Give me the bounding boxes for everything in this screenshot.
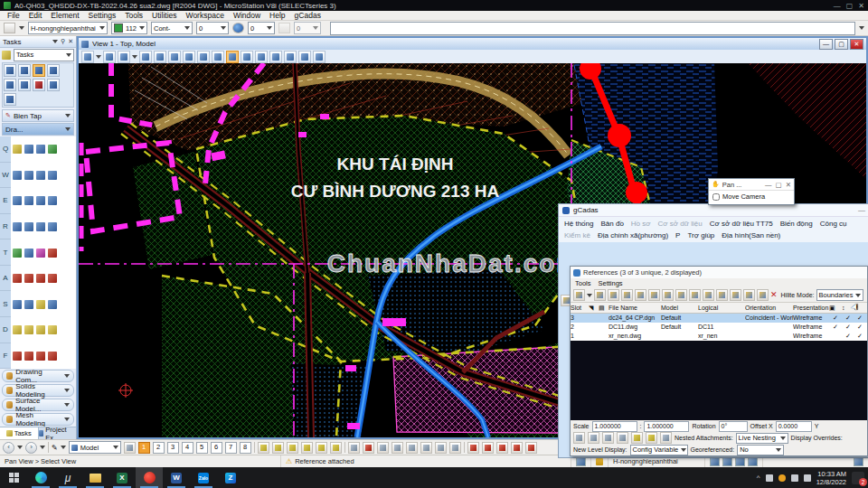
attach-reference-icon[interactable]	[594, 289, 606, 301]
tool-icon[interactable]	[24, 196, 33, 205]
copy-reference-icon[interactable]	[730, 289, 741, 301]
menu-edit[interactable]: Edit	[29, 11, 42, 20]
measure-radius-icon[interactable]	[272, 442, 284, 454]
tool-icon[interactable]	[13, 249, 22, 258]
edit-text-icon[interactable]	[482, 442, 494, 454]
drop-element-icon[interactable]	[377, 442, 389, 454]
references-tool-icon[interactable]	[4, 79, 16, 91]
tool-icon[interactable]	[48, 274, 57, 283]
pin-icon[interactable]: ⚲	[61, 38, 65, 45]
gcadas-menu-ban-do[interactable]: Bản đồ	[600, 218, 623, 230]
notification-center[interactable]: 2	[852, 472, 864, 484]
tool-icon[interactable]	[48, 171, 57, 180]
gcadas-menu-he-thong[interactable]: Hệ thống	[564, 218, 593, 230]
tool-icon[interactable]	[13, 352, 22, 361]
element-selection-icon[interactable]	[4, 64, 16, 77]
hilite-mode-combo[interactable]: Boundaries	[816, 289, 863, 301]
place-note-icon[interactable]	[511, 442, 523, 454]
linear-pattern-icon[interactable]	[449, 442, 461, 454]
rotation-field[interactable]: 0°	[719, 421, 748, 432]
model-combo[interactable]: Model	[69, 441, 121, 454]
gcadas-menu-dia-chinh[interactable]: Địa chính xã(phường)	[598, 230, 668, 241]
menu-window[interactable]: Window	[233, 11, 260, 20]
tool-icon[interactable]	[36, 222, 45, 231]
minimize-icon[interactable]: —	[765, 181, 772, 189]
tool-icon[interactable]	[36, 145, 45, 154]
list-mode-icon[interactable]	[573, 289, 585, 301]
display-column-icon[interactable]: ▣	[829, 303, 842, 313]
scale-ref-field[interactable]: 1.000000	[644, 421, 689, 432]
tool-icon[interactable]	[48, 145, 57, 154]
new-level-display-combo[interactable]: Config Variable	[630, 445, 688, 455]
view-previous-icon[interactable]	[255, 51, 268, 63]
menu-settings[interactable]: Settings	[89, 11, 117, 20]
pan-view-icon[interactable]	[226, 51, 239, 63]
open-original-icon[interactable]	[689, 289, 701, 301]
clip-mask-icon[interactable]	[313, 51, 326, 63]
line-style-combo[interactable]: Cont-	[151, 22, 193, 34]
line-weight-combo[interactable]: 0	[196, 22, 229, 34]
taskbar-excel[interactable]: X	[108, 467, 136, 488]
view-toggle-7[interactable]: 7	[225, 442, 237, 454]
tool-icon[interactable]	[48, 249, 57, 258]
attach-raster-icon[interactable]	[608, 289, 619, 301]
tool-icon[interactable]	[24, 325, 33, 334]
reload-reference-icon[interactable]	[662, 289, 674, 301]
active-level-combo[interactable]: H-nongnghiepanhthai	[28, 22, 108, 34]
pattern-icon[interactable]	[435, 442, 447, 454]
active-color-combo[interactable]: 112	[111, 22, 147, 34]
close-icon[interactable]: ✕	[68, 38, 73, 45]
undo-icon[interactable]	[47, 79, 60, 91]
volume-icon[interactable]	[804, 474, 811, 482]
gcadas-menu-p[interactable]: P	[675, 230, 680, 241]
taskbar-explorer[interactable]	[81, 467, 108, 488]
level-icon[interactable]	[18, 79, 31, 91]
rotate-reference-icon[interactable]	[757, 289, 769, 301]
fence-mode-icon[interactable]	[363, 442, 374, 454]
zoom-out-icon[interactable]	[168, 51, 181, 63]
tool-icon[interactable]	[48, 300, 57, 309]
section-mesh-modeling[interactable]: Mesh Modeling	[2, 413, 74, 426]
tray-app-icon[interactable]	[766, 474, 773, 482]
clip-volume-icon[interactable]	[298, 51, 311, 63]
hatch-icon[interactable]	[420, 442, 432, 454]
taskbar-edge[interactable]	[27, 467, 54, 488]
scale-master-field[interactable]: 1.000000	[592, 421, 637, 432]
tool-icon[interactable]	[13, 300, 22, 309]
tool-icon[interactable]	[36, 300, 45, 309]
tool-icon[interactable]	[36, 196, 45, 205]
references-menu-tools[interactable]: Tools	[575, 279, 591, 287]
dont-plot-icon[interactable]	[646, 432, 657, 444]
fence-type-icon[interactable]	[348, 442, 360, 454]
view-next-icon[interactable]	[269, 51, 282, 63]
activate-icon[interactable]	[703, 289, 714, 301]
menu-file[interactable]: File	[7, 11, 20, 20]
view-toggle-1[interactable]: 1	[138, 442, 150, 454]
taskbar-gcadas-app[interactable]	[136, 467, 163, 488]
view-toggle-2[interactable]: 2	[153, 442, 165, 454]
fence-icon[interactable]	[18, 64, 31, 77]
reference-row[interactable]: 1 xr_nen.dwg xr_nen Wireframe ✓ ✓	[571, 332, 867, 341]
close-icon[interactable]: ✕	[786, 181, 791, 189]
view-minimize-icon[interactable]: —	[819, 39, 833, 50]
tray-app-icon[interactable]	[778, 474, 786, 482]
tool-icon[interactable]	[48, 325, 57, 334]
tasks-panel-header[interactable]: Tasks ⚲ ✕	[0, 36, 76, 48]
close-icon[interactable]: ✕	[858, 2, 864, 10]
back-icon[interactable]: ‹	[3, 442, 14, 454]
create-region-icon[interactable]	[392, 442, 403, 454]
menu-tools[interactable]: Tools	[125, 11, 143, 20]
view-toggle-6[interactable]: 6	[211, 442, 222, 454]
tool-icon[interactable]	[24, 352, 33, 361]
snap-icon[interactable]	[602, 432, 614, 444]
walk-icon[interactable]	[241, 51, 253, 63]
maximize-icon[interactable]: ▢	[846, 2, 854, 10]
view-toggle-4[interactable]: 4	[182, 442, 193, 454]
tool-icon[interactable]	[24, 249, 33, 258]
place-text-icon[interactable]	[467, 442, 479, 454]
gcadas-menu-cong-cu[interactable]: Công cụ	[820, 218, 847, 230]
menu-utilities[interactable]: Utilities	[152, 11, 176, 20]
tool-icon[interactable]	[24, 300, 33, 309]
reference-row[interactable]: 3 dc24_64 CP.dgn Default Coincident - Wo…	[571, 314, 867, 323]
tool-icon[interactable]	[13, 196, 22, 205]
